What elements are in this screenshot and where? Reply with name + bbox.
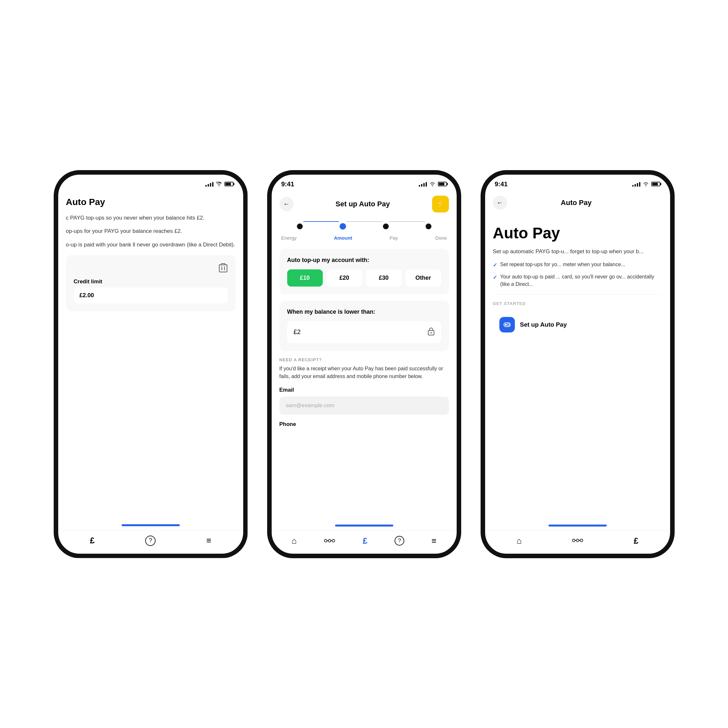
left-status-bar: [58, 174, 243, 191]
right-bottom-indicator: [549, 525, 607, 526]
right-status-bar: 9:41: [485, 174, 670, 191]
autopay-btn-icon: [499, 317, 515, 332]
right-status-icons: [632, 180, 661, 188]
step-label-pay: Pay: [389, 235, 398, 241]
right-back-arrow-icon: ←: [497, 199, 503, 206]
right-feature-list: ✓ Set repeat top-ups for yo... meter whe…: [493, 261, 662, 288]
right-phone: 9:41 ←: [480, 170, 674, 558]
feature-text-2: Your auto top-up is paid ... card, so yo…: [500, 273, 662, 288]
amount-btn-other[interactable]: Other: [405, 269, 441, 286]
nav-pay-right[interactable]: £: [633, 536, 638, 546]
credit-limit-value: £2.00: [74, 288, 228, 303]
nav-help-left[interactable]: ?: [145, 535, 156, 546]
step-dot-done: [426, 223, 431, 229]
right-bottom: ⌂ £: [485, 523, 670, 554]
right-header-title: Auto Pay: [561, 199, 592, 207]
middle-header-title: Set up Auto Pay: [336, 200, 390, 208]
left-bottom-indicator: [122, 524, 180, 526]
phone-container: Auto Pay c PAYG top-ups so you never whe…: [54, 170, 674, 558]
email-label: Email: [280, 387, 449, 393]
left-wifi-icon: [216, 180, 222, 188]
step-dot-energy: [297, 223, 303, 229]
svg-rect-0: [219, 265, 227, 272]
step-label-energy: Energy: [281, 235, 297, 241]
help-icon-middle: ?: [395, 536, 404, 546]
right-wifi-icon: [643, 180, 649, 188]
receipt-label: NEED A RECEIPT?: [280, 357, 449, 362]
email-input[interactable]: sam@example.com: [280, 396, 449, 414]
right-time: 9:41: [495, 180, 508, 188]
stepper-labels: Energy Amount Pay Done: [272, 231, 457, 244]
nav-help-middle[interactable]: ?: [395, 536, 404, 546]
balance-field: £2: [287, 321, 441, 343]
svg-point-11: [505, 324, 507, 326]
right-main-content: Auto Pay Set up automatic PAYG top-u... …: [485, 215, 670, 523]
delete-icon[interactable]: [219, 263, 228, 275]
energy-icon-middle: [324, 538, 335, 544]
feature-item-2: ✓ Your auto top-up is paid ... card, so …: [493, 273, 662, 288]
nav-menu-middle[interactable]: ≡: [431, 536, 436, 546]
nav-home-middle[interactable]: ⌂: [292, 536, 297, 546]
right-battery-icon: [652, 182, 661, 186]
line-3: [389, 223, 426, 230]
middle-back-button[interactable]: ←: [280, 197, 294, 211]
right-signal-icon: [632, 181, 640, 187]
nav-home-right[interactable]: ⌂: [517, 536, 522, 546]
amount-btn-10[interactable]: £10: [287, 269, 323, 286]
line-2: [346, 223, 383, 230]
nav-menu-icon-left: ≡: [206, 535, 211, 546]
svg-point-13: [572, 539, 575, 542]
nav-energy-middle[interactable]: [324, 538, 335, 544]
step-done: [426, 223, 431, 229]
svg-point-8: [332, 540, 335, 542]
step-label-amount: Amount: [334, 235, 352, 241]
left-bottom-bar: £ ? ≡: [58, 523, 243, 554]
receipt-section: NEED A RECEIPT? If you'd like a receipt …: [280, 357, 449, 428]
left-desc2: op-ups for your PAYG your balance reache…: [66, 227, 236, 236]
left-desc1: c PAYG top-ups so you never when your ba…: [66, 214, 236, 222]
credit-section: Credit limit £2.00: [66, 255, 236, 311]
amount-card: Auto top-up my account with: £10 £20 £30…: [280, 249, 449, 294]
balance-card-title: When my balance is lower than:: [287, 309, 441, 315]
lightning-icon: ⚡: [435, 199, 446, 209]
credit-limit-label: Credit limit: [74, 278, 228, 285]
middle-signal-icon: [419, 181, 427, 187]
svg-point-15: [580, 539, 583, 542]
phone-label: Phone: [280, 421, 449, 428]
balance-value: £2: [294, 328, 301, 336]
amount-card-title: Auto top-up my account with:: [287, 257, 441, 264]
right-header: ← Auto Pay: [485, 191, 670, 215]
balance-card: When my balance is lower than: £2: [280, 301, 449, 351]
middle-time: 9:41: [281, 180, 294, 188]
pay-icon-middle: £: [363, 536, 367, 546]
middle-battery-icon: [438, 182, 447, 186]
check-icon-2: ✓: [493, 274, 497, 281]
pay-icon-right: £: [633, 536, 638, 546]
feature-text-1: Set repeat top-ups for yo... meter when …: [500, 261, 626, 268]
step-pay: [383, 223, 389, 229]
amount-btn-20[interactable]: £20: [327, 269, 362, 286]
middle-header: ← Set up Auto Pay ⚡: [272, 191, 457, 218]
delete-icon-wrap: [74, 263, 228, 275]
setup-autopay-button[interactable]: Set up Auto Pay: [493, 311, 574, 338]
svg-point-12: [508, 324, 509, 326]
stepper-dots: [272, 218, 457, 231]
step-dot-amount: [340, 223, 346, 229]
nav-menu-left[interactable]: ≡: [206, 535, 211, 546]
step-line-3: [389, 221, 425, 222]
menu-icon-middle: ≡: [431, 536, 436, 546]
lock-icon: [428, 327, 435, 337]
energy-icon-right: [572, 536, 583, 545]
home-icon-middle: ⌂: [292, 536, 297, 546]
left-phone: Auto Pay c PAYG top-ups so you never whe…: [54, 170, 248, 558]
step-amount: [340, 223, 346, 229]
middle-action-button[interactable]: ⚡: [432, 196, 449, 213]
nav-energy-right[interactable]: [572, 536, 583, 545]
nav-pay-middle[interactable]: £: [363, 536, 367, 546]
nav-pay-left[interactable]: £: [90, 535, 95, 546]
middle-bottom: ⌂ £: [272, 523, 457, 554]
middle-status-bar: 9:41: [272, 174, 457, 191]
right-back-button[interactable]: ←: [493, 196, 507, 210]
amount-btn-30[interactable]: £30: [366, 269, 402, 286]
middle-bottom-nav: ⌂ £: [272, 531, 457, 554]
